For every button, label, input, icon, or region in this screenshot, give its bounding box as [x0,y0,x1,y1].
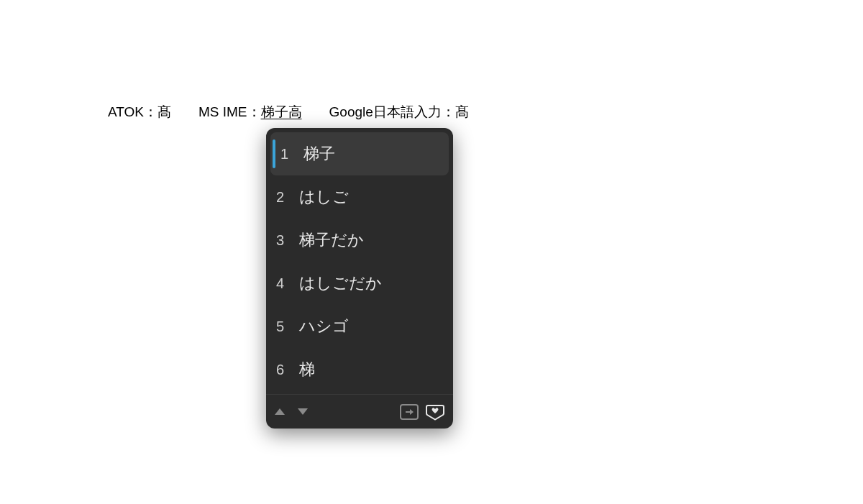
candidate-number: 3 [276,232,295,249]
footer-right-controls [400,403,444,421]
atok-label: ATOK： [108,103,157,122]
spacer-2 [302,103,329,122]
candidate-number: 1 [280,146,299,162]
msime-composing-value[interactable]: 梯子高 [261,103,302,122]
candidate-list: 1梯子2はしご3梯子だか4はしごだか5ハシゴ6梯 [266,132,453,391]
candidate-number: 2 [276,189,295,206]
msime-label: MS IME： [198,103,261,122]
candidate-text: ハシゴ [299,316,349,337]
spacer-1 [171,103,198,122]
candidate-item-4[interactable]: 4はしごだか [266,262,453,305]
candidate-text: 梯子だか [299,229,364,251]
candidate-item-5[interactable]: 5ハシゴ [266,305,453,348]
candidate-item-6[interactable]: 6梯 [266,348,453,391]
footer-left-controls [275,408,308,415]
candidate-footer [266,394,453,429]
candidate-text: 梯 [299,359,315,380]
google-label: Google日本語入力： [329,103,455,122]
favorite-icon[interactable] [426,403,444,421]
expand-icon[interactable] [400,404,419,420]
google-value: 髙 [455,103,469,122]
candidate-text: はしご [299,186,349,208]
candidate-item-1[interactable]: 1梯子 [270,132,449,175]
candidate-number: 6 [276,362,295,378]
atok-value: 髙 [157,103,171,122]
candidate-item-2[interactable]: 2はしご [266,175,453,219]
candidate-text: 梯子 [303,143,335,165]
candidate-text: はしごだか [299,272,382,294]
ime-candidate-popup[interactable]: 1梯子2はしご3梯子だか4はしごだか5ハシゴ6梯 [266,128,453,429]
input-text-line: ATOK： 髙 MS IME： 梯子高 Google日本語入力： 髙 [108,103,755,122]
candidate-item-3[interactable]: 3梯子だか [266,219,453,262]
page-down-icon[interactable] [298,408,308,415]
page-up-icon[interactable] [275,408,285,415]
candidate-number: 5 [276,319,295,335]
candidate-number: 4 [276,275,295,292]
